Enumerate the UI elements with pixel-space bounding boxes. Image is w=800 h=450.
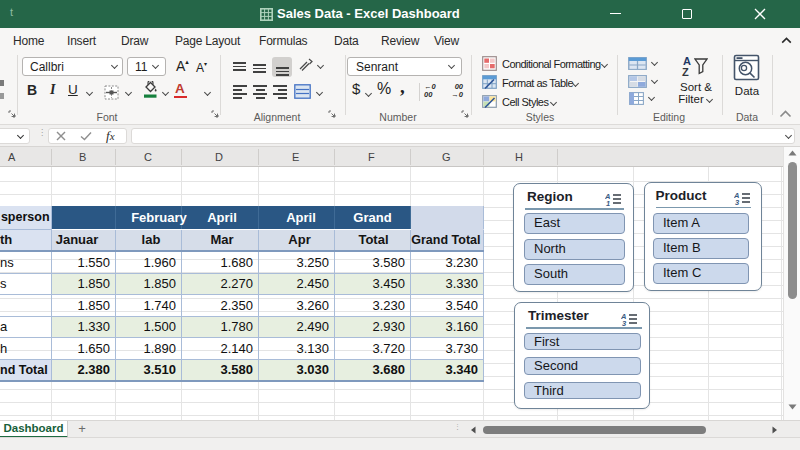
svg-text:1: 1 xyxy=(606,199,610,206)
